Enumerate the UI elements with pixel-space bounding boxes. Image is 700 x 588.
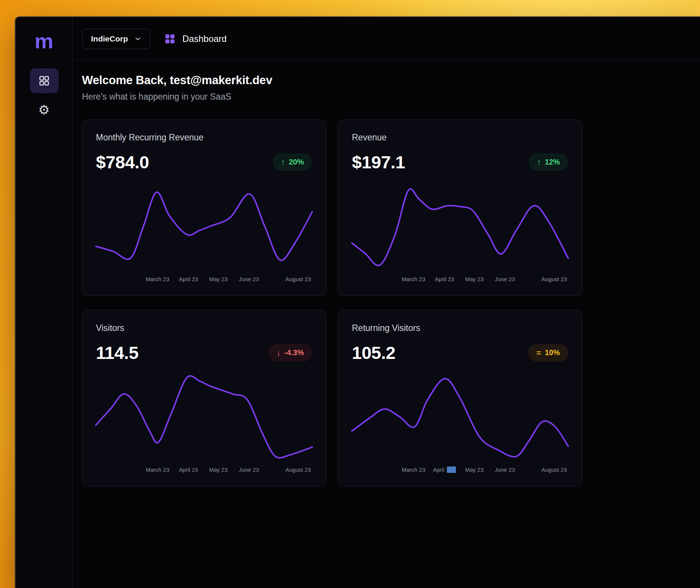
x-axis-label-text: April 23 (179, 466, 198, 473)
sidebar: m ⚙ (15, 17, 73, 588)
trend-icon: ↑ (281, 158, 285, 166)
x-axis-label-text: August 23 (285, 276, 311, 282)
x-axis-label: June 23 (495, 276, 515, 282)
x-axis-label: March 23 (402, 466, 426, 473)
trend-badge: ↑ 20% (273, 153, 312, 171)
x-axis-label: May 23 (465, 276, 484, 282)
x-axis-label: April 23 (435, 276, 454, 282)
welcome-subtitle: Here's what is happening in your SaaS (82, 92, 691, 102)
x-axis-label-text: April (433, 466, 444, 473)
x-axis-label: May 23 (209, 466, 228, 473)
x-axis-label-text: May 23 (209, 276, 228, 282)
x-axis-label-text: June 23 (239, 466, 259, 473)
chart-x-axis: March 23April 23May 23June 23August 23 (96, 276, 312, 284)
x-axis-label: April 23 (179, 466, 198, 473)
trend-icon: = (537, 349, 541, 357)
x-axis-label-text: August 23 (541, 276, 567, 282)
sidebar-item-dashboard[interactable] (30, 68, 59, 93)
line-chart-svg (352, 184, 568, 268)
chart-line (96, 192, 312, 260)
x-axis-label-text: August 23 (285, 466, 311, 473)
x-axis-label: March 23 (146, 276, 170, 282)
card-value-row: $784.0 ↑ 20% (96, 152, 312, 172)
trend-label: 12% (545, 158, 560, 166)
card-value-row: $197.1 ↑ 12% (352, 152, 568, 172)
card-value-row: 105.2 = 10% (352, 342, 568, 363)
card-title: Monthly Recurring Revenue (96, 132, 312, 143)
x-axis-label-text: March 23 (402, 276, 426, 282)
line-chart (352, 179, 568, 272)
x-axis-label: June 23 (239, 466, 259, 473)
x-axis-label: May 23 (209, 276, 228, 282)
card-title: Returning Visitors (352, 323, 568, 333)
app-logo: m (35, 31, 54, 52)
x-axis-label: April (433, 466, 456, 473)
line-chart-svg (352, 374, 568, 459)
card-value: $784.0 (96, 152, 149, 172)
metric-cards-grid: Monthly Recurring Revenue $784.0 ↑ 20% M… (82, 119, 691, 486)
x-axis-label-text: June 23 (495, 276, 515, 282)
x-axis-label: August 23 (541, 276, 567, 282)
trend-badge: = 10% (528, 344, 568, 362)
line-chart-svg (96, 184, 312, 268)
top-bar: IndieCorp Dashboard (73, 17, 700, 61)
x-axis-label: June 23 (495, 466, 515, 473)
x-axis-label-text: May 23 (465, 276, 484, 282)
x-axis-label: April 23 (179, 276, 198, 282)
selected-text-block (447, 466, 456, 473)
metric-card: Revenue $197.1 ↑ 12% March 23April 23May… (338, 119, 582, 296)
x-axis-label-text: June 23 (239, 276, 259, 282)
chart-line (352, 379, 568, 457)
chevron-down-icon (134, 35, 142, 43)
trend-label: 20% (289, 158, 304, 166)
card-value: 114.5 (96, 342, 139, 363)
trend-badge: ↑ 12% (529, 153, 568, 171)
x-axis-label: August 23 (285, 276, 311, 282)
x-axis-label-text: March 23 (402, 466, 426, 473)
x-axis-label: March 23 (146, 466, 170, 473)
card-title: Revenue (352, 132, 568, 143)
card-value: 105.2 (352, 342, 395, 363)
x-axis-label-text: June 23 (495, 466, 515, 473)
page-header: Dashboard (164, 33, 227, 45)
x-axis-label-text: April 23 (435, 276, 454, 282)
page-content: Welcome Back, test@makerkit.dev Here's w… (73, 61, 700, 486)
metric-card: Monthly Recurring Revenue $784.0 ↑ 20% M… (82, 119, 326, 296)
line-chart (96, 369, 312, 463)
x-axis-label-text: August 23 (541, 466, 567, 473)
organization-name: IndieCorp (91, 34, 128, 43)
grid-icon (39, 75, 50, 86)
chart-line (352, 189, 568, 265)
page-title: Dashboard (182, 34, 227, 44)
organization-selector[interactable]: IndieCorp (82, 29, 150, 49)
x-axis-label-text: March 23 (146, 466, 170, 473)
card-title: Visitors (96, 323, 312, 333)
card-value: $197.1 (352, 152, 405, 172)
card-value-row: 114.5 ↓ -4.3% (96, 342, 312, 363)
welcome-heading: Welcome Back, test@makerkit.dev (82, 74, 691, 87)
metric-card: Visitors 114.5 ↓ -4.3% March 23April 23M… (82, 310, 326, 486)
gear-icon: ⚙ (38, 102, 49, 117)
trend-label: 10% (545, 348, 560, 357)
x-axis-label-text: May 23 (209, 466, 228, 473)
chart-x-axis: March 23AprilMay 23June 23August 23 (352, 466, 568, 475)
x-axis-label: August 23 (541, 466, 567, 473)
trend-label: -4.3% (284, 348, 304, 357)
main-area: IndieCorp Dashboard Welcome Back, test@m… (73, 17, 700, 588)
x-axis-label-text: May 23 (465, 466, 484, 473)
x-axis-label: August 23 (285, 466, 311, 473)
sidebar-item-settings[interactable]: ⚙ (30, 99, 59, 120)
trend-badge: ↓ -4.3% (268, 344, 312, 362)
x-axis-label: May 23 (465, 466, 484, 473)
chart-line (96, 376, 312, 458)
app-window: m ⚙ IndieCorp (15, 17, 700, 588)
x-axis-label: June 23 (239, 276, 259, 282)
trend-icon: ↓ (276, 349, 281, 357)
x-axis-label-text: March 23 (146, 276, 170, 282)
metric-card: Returning Visitors 105.2 = 10% March 23A… (338, 310, 582, 486)
line-chart-svg (96, 374, 312, 459)
chart-x-axis: March 23April 23May 23June 23August 23 (352, 276, 568, 284)
trend-icon: ↑ (537, 158, 541, 166)
line-chart (352, 369, 568, 463)
x-axis-label: March 23 (402, 276, 426, 282)
